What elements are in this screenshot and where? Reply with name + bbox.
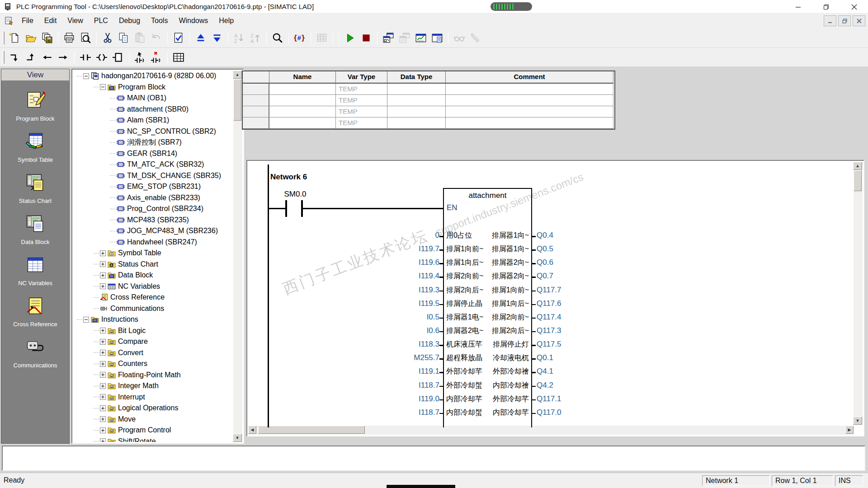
tree-scrollbar[interactable]: ▲ ▼ xyxy=(233,70,242,442)
variable-cell[interactable] xyxy=(446,84,613,95)
block-input-operand[interactable]: I118.7 xyxy=(381,408,439,417)
contact-operand[interactable]: SM0.0 xyxy=(274,190,316,199)
tree-item[interactable]: Status Chart xyxy=(73,259,233,270)
tree-item[interactable]: MCP483 (SBR235) xyxy=(73,215,233,226)
block-output-operand[interactable]: Q117.6 xyxy=(537,299,595,308)
block-output-operand[interactable]: Q0.4 xyxy=(537,231,595,240)
scroll-up-button[interactable]: ▲ xyxy=(233,70,242,79)
expand-toggle[interactable] xyxy=(100,272,106,278)
compile-button[interactable] xyxy=(171,30,186,46)
tree-item[interactable]: Integer Math xyxy=(73,380,233,392)
tree-item[interactable]: attachment (SBR0) xyxy=(73,104,233,115)
tree-item[interactable]: Alam (SBR1) xyxy=(73,115,233,126)
sidebar-item-data-block[interactable]: Data Block xyxy=(1,214,69,245)
tree-item[interactable]: NC_SP_CONTROL (SBR2) xyxy=(73,126,233,137)
block-input-operand[interactable]: I119.4 xyxy=(381,272,439,281)
tree-item[interactable]: Floating-Point Math xyxy=(73,370,233,381)
variable-cell[interactable]: TEMP xyxy=(336,84,387,95)
download-button[interactable] xyxy=(209,30,225,46)
print-preview-button[interactable] xyxy=(78,30,93,46)
block-output-operand[interactable]: Q117.0 xyxy=(537,408,595,417)
tree-item[interactable]: GEAR (SBR14) xyxy=(73,148,233,160)
win-data-button[interactable] xyxy=(429,30,445,46)
block-input-operand[interactable]: 0 xyxy=(381,231,439,240)
block-input-operand[interactable]: I119.6 xyxy=(381,258,439,267)
tree-item[interactable]: Logical Operations xyxy=(73,403,233,414)
block-input-operand[interactable]: I0.6 xyxy=(381,326,439,335)
tree-item[interactable]: EMG_STOP (SBR231) xyxy=(73,181,233,192)
row-header-cell[interactable] xyxy=(243,117,269,129)
variable-cell[interactable] xyxy=(387,106,446,117)
mdi-close-button[interactable] xyxy=(853,15,865,26)
tree-item[interactable]: Cross Reference xyxy=(73,292,233,303)
variable-cell[interactable] xyxy=(387,117,446,129)
expand-toggle[interactable] xyxy=(100,283,106,289)
mdi-restore-button[interactable] xyxy=(838,15,851,26)
ladder-diagram[interactable]: 西门子工业技术论坛 support.industry.siemens.com/c… xyxy=(248,162,854,427)
run-button[interactable] xyxy=(342,30,358,46)
expand-toggle[interactable] xyxy=(100,261,106,267)
expand-toggle[interactable] xyxy=(100,416,106,422)
collapse-toggle[interactable] xyxy=(83,73,89,79)
expand-toggle[interactable] xyxy=(100,339,106,345)
variable-cell[interactable] xyxy=(387,84,446,95)
print-button[interactable] xyxy=(61,30,77,46)
menu-windows[interactable]: Windows xyxy=(173,15,213,27)
open-file-button[interactable] xyxy=(23,30,38,46)
block-output-operand[interactable]: Q117.3 xyxy=(537,326,595,335)
minimize-button[interactable] xyxy=(784,0,812,14)
tree-item[interactable]: Move xyxy=(73,414,233,425)
mdi-minimize-button[interactable] xyxy=(824,15,836,26)
new-file-button[interactable] xyxy=(7,30,22,46)
block-output-operand[interactable]: Q0.6 xyxy=(537,258,595,267)
block-input-operand[interactable]: I0.5 xyxy=(381,313,439,322)
expand-toggle[interactable] xyxy=(100,328,106,333)
copy-button[interactable] xyxy=(116,30,132,46)
menu-debug[interactable]: Debug xyxy=(113,15,146,27)
variable-cell[interactable] xyxy=(446,117,613,129)
tree-item[interactable]: MAIN (OB1) xyxy=(73,93,233,104)
box-button[interactable] xyxy=(110,50,126,65)
menu-view[interactable]: View xyxy=(62,15,88,27)
tree-item[interactable]: Data Block xyxy=(73,270,233,281)
tree-item[interactable]: Axis_enable (SBR233) xyxy=(73,192,233,204)
tree-item[interactable]: Program Control xyxy=(73,425,233,436)
block-input-operand[interactable]: I118.7 xyxy=(381,381,439,390)
ladder-vertical-scrollbar[interactable]: ▲ ▼ xyxy=(854,162,863,425)
tree-item[interactable]: Bit Logic xyxy=(73,325,233,337)
tree-item[interactable]: JOG_MCP483_M (SBR236) xyxy=(73,225,233,237)
block-output-operand[interactable]: Q117.5 xyxy=(537,340,595,349)
address-button[interactable]: {#} xyxy=(292,30,307,46)
menu-plc[interactable]: PLC xyxy=(89,15,113,27)
tree-item[interactable]: Counters xyxy=(73,358,233,370)
expand-toggle[interactable] xyxy=(100,372,106,378)
variable-cell[interactable] xyxy=(269,95,336,106)
tree-item[interactable]: Communications xyxy=(73,303,233,314)
tree-item[interactable]: hadongan20170616-9 (828D 06.00) xyxy=(73,70,233,82)
collapse-toggle[interactable] xyxy=(100,84,106,90)
block-output-operand[interactable]: Q4.2 xyxy=(537,381,595,390)
block-output-operand[interactable]: Q0.7 xyxy=(537,272,595,281)
scroll-right-button[interactable]: ▶ xyxy=(845,426,854,434)
win-program-button[interactable] xyxy=(381,30,396,46)
toolbar-grip[interactable] xyxy=(3,32,5,44)
stop-button[interactable] xyxy=(359,30,374,46)
expand-toggle[interactable] xyxy=(100,405,106,411)
tree-item[interactable]: Shift/Rotate xyxy=(73,436,233,442)
tree-item[interactable]: TM_ATC_ACK (SBR32) xyxy=(73,159,233,170)
block-input-operand[interactable]: I119.5 xyxy=(381,299,439,308)
block-input-operand[interactable]: I118.3 xyxy=(381,340,439,349)
block-output-operand[interactable]: Q0.5 xyxy=(537,244,595,253)
block-output-operand[interactable]: Q4.1 xyxy=(537,367,595,376)
tree-item[interactable]: Compare xyxy=(73,336,233,347)
block-input-operand[interactable]: I119.0 xyxy=(381,394,439,404)
sidebar-item-nc-variables[interactable]: NC Variables xyxy=(1,255,69,286)
expand-toggle[interactable] xyxy=(100,361,106,367)
tree-item[interactable]: Prog_Control (SBR234) xyxy=(73,203,233,215)
insert-row-button[interactable] xyxy=(132,50,148,65)
close-button[interactable] xyxy=(840,0,868,14)
tree-item[interactable]: 润滑控制 (SBR7) xyxy=(73,137,233,148)
block-output-operand[interactable]: Q117.7 xyxy=(537,286,595,295)
tree-item[interactable]: Convert xyxy=(73,347,233,359)
expand-toggle[interactable] xyxy=(100,350,106,356)
